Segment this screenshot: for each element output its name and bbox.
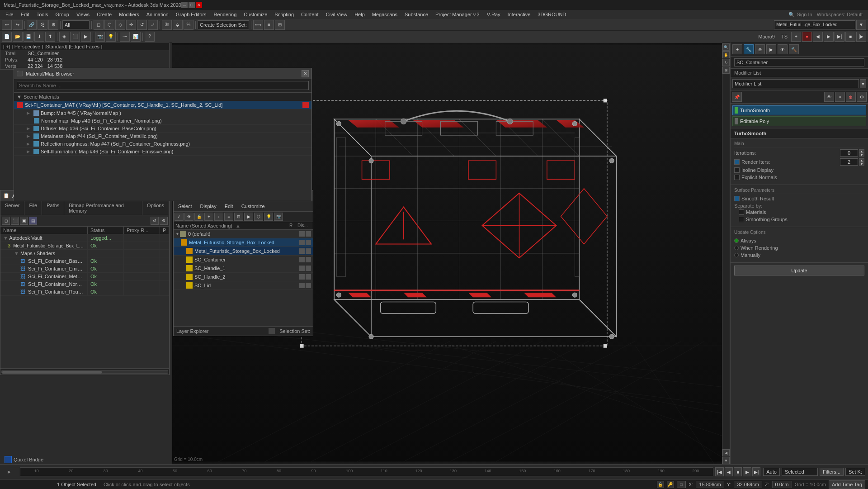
at-tool-btn-4[interactable]: ▤	[29, 217, 37, 225]
undo-btn[interactable]: ↩	[2, 20, 12, 30]
create-selection-set[interactable]: Create Selection Set:	[198, 20, 249, 29]
minimize-btn[interactable]: ─	[181, 2, 188, 8]
tab-bitmap-perf[interactable]: Bitmap Performance and Memory	[64, 201, 142, 215]
mat-sub-item-0[interactable]: ▶ Bump: Map #45 ( VRayNormalMap )	[14, 109, 311, 117]
anim-play-btn[interactable]: ▶	[824, 32, 834, 42]
quixel-bridge-btn[interactable]: Quixel Bridge	[3, 455, 45, 464]
se-row-6[interactable]: SC_Lid	[174, 281, 313, 290]
asset-row-7[interactable]: 🖼 Sci_Fi_Container_Roughness.png Ok	[0, 288, 169, 296]
key-icon[interactable]: 🔑	[667, 481, 674, 488]
menu-3dground[interactable]: 3DGROUND	[534, 10, 570, 19]
tab-file[interactable]: File	[24, 201, 42, 215]
se-cam-btn[interactable]: 📷	[274, 213, 283, 221]
asset-row-4[interactable]: 🖼 Sci_Fi_Container_Emissive.png Ok	[0, 265, 169, 273]
mat-sub-item-3[interactable]: ▶ Metalness: Map #44 (Sci_Fi_Container_M…	[14, 133, 311, 140]
modifier-turbosmooth[interactable]: TurboSmooth	[732, 105, 866, 115]
maximize-btn[interactable]: □	[189, 2, 195, 8]
filters-btn[interactable]: Filters...	[820, 468, 844, 476]
orbit-btn[interactable]: ↻	[722, 59, 730, 66]
always-radio[interactable]	[734, 238, 739, 243]
render-iters-checkbox[interactable]	[734, 159, 740, 165]
menu-megascans[interactable]: Megascans	[368, 10, 401, 19]
material-browser-titlebar[interactable]: ⬛ Material/Map Browser ✕	[14, 68, 311, 79]
at-settings-btn[interactable]: ⚙	[160, 217, 168, 225]
next-frame-btn[interactable]: ▶|	[752, 467, 760, 476]
anim-stop-btn[interactable]: ■	[845, 32, 855, 42]
anim-next-btn[interactable]: ▶|	[835, 32, 844, 42]
iterations-value[interactable]: 0	[840, 149, 858, 157]
lock-icon[interactable]: 🔒	[657, 481, 664, 488]
menu-vray[interactable]: V-Ray	[483, 10, 504, 19]
move-btn[interactable]: ✛	[126, 20, 136, 30]
camera-btn[interactable]: 📷	[95, 32, 105, 42]
mirror-btn[interactable]: ⟺	[253, 20, 263, 30]
rp-utilities-btn[interactable]: 🔨	[789, 44, 799, 54]
menu-content[interactable]: Content	[297, 10, 322, 19]
se-invert-btn[interactable]: ⬡	[254, 213, 263, 221]
sign-in-btn[interactable]: Sign In	[797, 12, 812, 17]
reference-coord[interactable]: 3⃣	[162, 20, 172, 30]
rp-motion-btn[interactable]: ▶	[766, 44, 776, 54]
materials-cb[interactable]	[739, 209, 744, 215]
expand-sidebar-btn[interactable]: ◀	[722, 449, 730, 456]
se-menu-customize[interactable]: Customize	[239, 202, 268, 210]
se-row-2[interactable]: Metal_Futuristic_Storage_Box_Locked	[174, 247, 313, 256]
asset-row-6[interactable]: 🖼 Sci_Fi_Container_Normal.png Ok	[0, 280, 169, 288]
update-btn[interactable]: Update	[734, 266, 864, 275]
menu-file[interactable]: File	[2, 10, 17, 19]
se-layer-btn[interactable]: ≡	[224, 213, 233, 221]
anim-prev-btn[interactable]: ◀	[813, 32, 823, 42]
menu-graph-editors[interactable]: Graph Editors	[172, 10, 210, 19]
render-setup-btn[interactable]: ⬛	[70, 32, 80, 42]
zoom-extents-btn[interactable]: ⊞	[722, 66, 730, 74]
bind-btn[interactable]: ⚙	[48, 20, 58, 30]
se-filter-btn[interactable]: ✓	[175, 213, 184, 221]
asset-row-3[interactable]: 🖼 Sci_Fi_Container_BaseColor.png Ok	[0, 257, 169, 265]
select-filter-btn[interactable]: ◻	[94, 20, 104, 30]
menu-civil-view[interactable]: Civil View	[322, 10, 351, 19]
menu-modifiers[interactable]: Modifiers	[115, 10, 143, 19]
menu-substance[interactable]: Substance	[401, 10, 432, 19]
menu-tools[interactable]: Tools	[33, 10, 52, 19]
material-search-input[interactable]	[17, 81, 309, 90]
se-light-btn[interactable]: 💡	[264, 213, 273, 221]
add-time-tag-btn[interactable]: Add Time Tag	[829, 480, 865, 489]
collapse-sidebar-btn[interactable]: ▼	[722, 457, 730, 464]
new-scene-btn[interactable]: 📄	[2, 32, 12, 42]
menu-help[interactable]: Help	[351, 10, 368, 19]
pivot-btn[interactable]: ⬙	[173, 20, 183, 30]
isoline-cb[interactable]	[734, 167, 740, 173]
asset-row-2[interactable]: ▼ Maps / Shaders	[0, 250, 169, 257]
menu-create[interactable]: Create	[93, 10, 115, 19]
menu-project-manager[interactable]: Project Manager v.3	[432, 10, 483, 19]
se-add-btn[interactable]: +	[204, 213, 213, 221]
mat-sub-item-2[interactable]: ▶ Diffuse: Map #36 (Sci_Fi_Container_Bas…	[14, 125, 311, 133]
se-row-1[interactable]: ▼ Metal_Futuristic_Storage_Box_Locked	[174, 238, 313, 247]
menu-interactive[interactable]: Interactive	[504, 10, 534, 19]
pin-stack-btn[interactable]: 📌	[732, 92, 742, 102]
anim-record-btn[interactable]: ●	[802, 32, 812, 42]
link-btn[interactable]: 🔗	[27, 20, 37, 30]
rp-modify-btn[interactable]: 🔧	[744, 44, 754, 54]
se-icon-btn[interactable]	[269, 328, 275, 334]
scale-btn[interactable]: ⤢	[148, 20, 158, 30]
se-link-btn[interactable]: ↕	[214, 213, 223, 221]
time-display-type[interactable]: Auto	[763, 468, 780, 476]
render-btn[interactable]: ▶	[81, 32, 91, 42]
mat-sub-item-1[interactable]: Normal map: Map #40 (Sci_Fi_Container_No…	[14, 117, 311, 125]
prev-frame-btn[interactable]: |◀	[715, 467, 723, 476]
object-name-input[interactable]	[734, 58, 864, 66]
main-material-item[interactable]: Sci-Fi_Container_MAT ( VRayMtl ) [SC_Con…	[14, 101, 311, 109]
modifier-editable-poly[interactable]: Editable Poly	[732, 116, 866, 126]
play-back-btn[interactable]: ◀	[725, 467, 733, 476]
filter-dropdown[interactable]: All	[62, 20, 90, 29]
mat-sub-item-5[interactable]: ▶ Self-Illumination: Map #46 (Sci_Fi_Con…	[14, 148, 311, 156]
tab-options[interactable]: Options	[142, 201, 169, 215]
help-btn[interactable]: ?	[145, 32, 155, 42]
menu-rendering[interactable]: Rendering	[210, 10, 241, 19]
mat-sub-item-4[interactable]: ▶ Reflection roughness: Map #47 (Sci_Fi_…	[14, 140, 311, 148]
iterations-spinner[interactable]: ▲ ▼	[859, 149, 864, 157]
snaps-btn[interactable]: %	[184, 20, 193, 30]
se-expand-btn[interactable]: ▶	[244, 213, 253, 221]
iter-down-btn[interactable]: ▼	[859, 153, 864, 157]
